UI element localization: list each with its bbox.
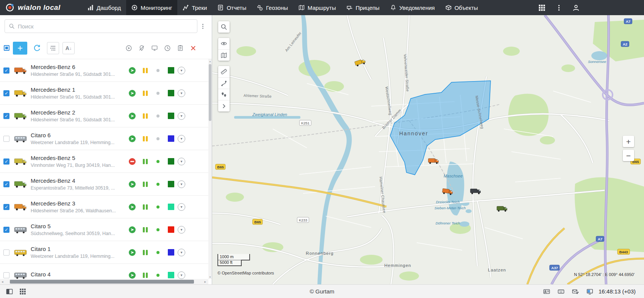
unit-checkbox[interactable] <box>3 272 9 278</box>
unit-expand-button[interactable]: ▾ <box>177 89 186 97</box>
unit-checkbox[interactable]: ✓ <box>3 113 9 119</box>
tab-notifications[interactable]: Уведомления <box>385 0 440 15</box>
search-input[interactable] <box>18 23 193 30</box>
user-icon[interactable] <box>572 4 580 11</box>
unit-marker[interactable] <box>497 205 508 214</box>
unit-checkbox[interactable]: ✓ <box>3 227 9 233</box>
scroll-down-icon[interactable]: ▾ <box>208 275 212 279</box>
unit-expand-button[interactable]: ▾ <box>177 67 186 74</box>
clear-list-icon[interactable] <box>190 45 197 52</box>
unit-marker[interactable] <box>428 157 439 166</box>
tab-tracks[interactable]: Треки <box>177 0 212 15</box>
vehicle-icon <box>13 226 28 234</box>
unit-marker[interactable] <box>441 187 454 198</box>
unit-expand-button[interactable]: ▾ <box>177 203 186 211</box>
list-settings-button[interactable] <box>47 42 59 54</box>
driver-card-icon[interactable] <box>543 288 550 295</box>
unit-expand-button[interactable]: ▾ <box>177 226 186 234</box>
scroll-left-icon[interactable]: ◂ <box>2 279 3 284</box>
scroll-up-icon[interactable]: ▴ <box>208 59 212 63</box>
unit-checkbox[interactable]: ✓ <box>3 67 9 74</box>
horizontal-scrollbar[interactable]: ◂▸ <box>0 279 208 284</box>
tab-monitoring[interactable]: Мониторинг <box>126 0 177 15</box>
unit-expand-button[interactable]: ▾ <box>177 112 186 120</box>
report-icon[interactable] <box>177 45 184 52</box>
tab-reports[interactable]: Отчеты <box>212 0 252 15</box>
markers-icon[interactable] <box>218 89 230 100</box>
search-box[interactable] <box>5 19 197 33</box>
hscroll-thumb[interactable] <box>10 280 194 284</box>
track-color-square[interactable] <box>164 67 177 74</box>
track-color-square[interactable] <box>164 90 177 96</box>
vscroll-thumb[interactable] <box>209 64 211 121</box>
track-color-square[interactable] <box>164 249 177 256</box>
tab-routes[interactable]: Маршруты <box>293 0 341 15</box>
logo[interactable]: wialon local <box>0 0 82 15</box>
map-search-icon[interactable] <box>218 21 230 33</box>
unit-row[interactable]: ✓ Mercedes-Benz 5 Vinnhorster Weg 71, Bu… <box>0 150 208 173</box>
unit-checkbox[interactable] <box>3 249 9 256</box>
monitor-screen-icon[interactable] <box>151 45 158 52</box>
map-area[interactable]: HannoverRonnenbergHemmingenLaatzenZweigk… <box>212 15 644 284</box>
tab-dashboard[interactable]: Дашборд <box>82 0 126 15</box>
chevron-right-icon[interactable] <box>218 100 230 111</box>
map-source-icon[interactable] <box>218 49 230 61</box>
zoom-in-button[interactable]: + <box>623 136 634 147</box>
unit-expand-button[interactable]: ▾ <box>177 158 186 165</box>
tab-geofences[interactable]: Геозоны <box>252 0 293 15</box>
unit-row[interactable]: ✓ Mercedes-Benz 1 Hildesheimer Straße 91… <box>0 82 208 105</box>
add-unit-button[interactable]: + <box>13 42 27 55</box>
unit-checkbox[interactable]: ✓ <box>3 158 9 165</box>
visibility-icon[interactable] <box>218 38 230 49</box>
unit-expand-button[interactable]: ▾ <box>177 271 186 279</box>
unit-marker[interactable] <box>470 187 481 196</box>
track-color-square[interactable] <box>164 181 177 187</box>
track-color-square[interactable] <box>164 135 177 142</box>
unit-expand-button[interactable]: ▾ <box>177 135 186 143</box>
time-icon[interactable] <box>164 45 171 52</box>
unit-checkbox[interactable]: ✓ <box>3 204 9 210</box>
tab-objects[interactable]: Объекты <box>440 0 483 15</box>
unit-expand-button[interactable]: ▾ <box>177 249 186 256</box>
unit-row[interactable]: ✓ Citaro 5 Südschnellweg, Seelhorst 3051… <box>0 218 208 241</box>
console-icon[interactable] <box>586 288 593 295</box>
tab-trailers[interactable]: Прицепы <box>341 0 385 15</box>
tab-label: Дашборд <box>97 5 121 11</box>
unit-row[interactable]: ✓ Mercedes-Benz 4 Esperantostraße 73, Mi… <box>0 173 208 196</box>
track-color-square[interactable] <box>164 272 177 278</box>
select-all-checkbox[interactable] <box>4 45 9 51</box>
vertical-scrollbar[interactable]: ▴▾ <box>208 59 212 279</box>
unit-row[interactable]: Citaro 1 Weetzener Landstraße 119, Hemmi… <box>0 241 208 264</box>
unit-expand-button[interactable]: ▾ <box>177 180 186 188</box>
sort-button[interactable]: A↓ <box>63 42 75 54</box>
unit-row[interactable]: Citaro 4 ▾ <box>0 264 208 279</box>
track-color-square[interactable] <box>164 226 177 233</box>
unit-row[interactable]: ✓ Mercedes-Benz 3 Hildesheimer Straße 20… <box>0 196 208 218</box>
unit-checkbox[interactable] <box>3 136 9 142</box>
search-options-menu[interactable] <box>197 23 208 30</box>
unit-checkbox[interactable]: ✓ <box>3 90 9 96</box>
logo-text: wialon local <box>18 3 61 12</box>
more-menu-icon[interactable] <box>555 4 563 11</box>
map-canvas[interactable] <box>212 15 644 284</box>
apps-grid-icon[interactable] <box>538 4 546 11</box>
zoom-out-button[interactable]: − <box>623 150 634 161</box>
unit-text: Citaro 5 Südschnellweg, Seelhorst 30519,… <box>31 223 126 236</box>
layout-panels-icon[interactable] <box>6 288 13 295</box>
refresh-button[interactable] <box>31 42 44 55</box>
track-color-square[interactable] <box>164 158 177 165</box>
keyboard-icon[interactable] <box>558 288 564 295</box>
gps-lost-icon[interactable] <box>138 45 145 52</box>
grid-icon[interactable] <box>19 288 26 295</box>
unit-row[interactable]: ✓ Mercedes-Benz 2 Hildesheimer Straße 91… <box>0 105 208 127</box>
unit-checkbox[interactable]: ✓ <box>3 181 9 187</box>
mail-check-icon[interactable] <box>572 288 579 295</box>
track-color-square[interactable] <box>164 204 177 210</box>
unit-row[interactable]: ✓ Mercedes-Benz 6 Hildesheimer Straße 91… <box>0 59 208 82</box>
follow-unit-icon[interactable] <box>125 45 132 52</box>
ruler-icon[interactable] <box>218 66 230 77</box>
track-color-square[interactable] <box>164 113 177 119</box>
unit-row[interactable]: Citaro 6 Weetzener Landstraße 119, Hemmi… <box>0 127 208 150</box>
routing-icon[interactable] <box>218 77 230 89</box>
scroll-right-icon[interactable]: ▸ <box>204 279 206 284</box>
